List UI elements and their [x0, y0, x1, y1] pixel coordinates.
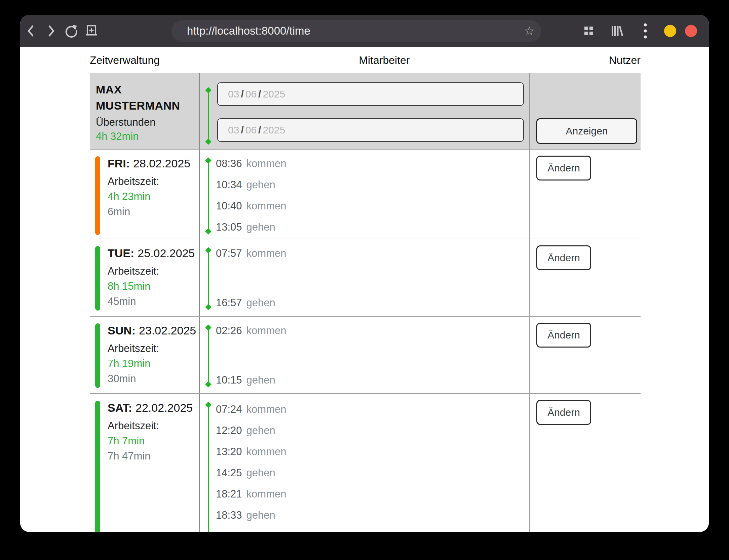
day-label: SUN:: [108, 324, 136, 337]
worktime-label: Arbeitszeit:: [108, 343, 197, 355]
time-entry: 13:05 gehen: [216, 216, 529, 238]
day-row: FRI:28.02.2025 Arbeitszeit: 4h 23min 6mi…: [90, 149, 641, 239]
date-from-year: 2025: [263, 88, 285, 100]
entry-time: 10:40: [216, 200, 242, 212]
day-title: SUN:23.02.2025: [108, 324, 197, 337]
day-action-cell: Ändern: [530, 317, 641, 393]
entry-type: kommen: [246, 488, 286, 500]
day-action-cell: Ändern: [530, 394, 641, 532]
date-from-input[interactable]: 03 / 06 / 2025: [217, 82, 524, 106]
nav-mitarbeiter[interactable]: Mitarbeiter: [359, 54, 410, 67]
entry-type: gehen: [246, 374, 275, 386]
date-separator: /: [258, 88, 261, 100]
day-summary-cell: SAT:22.02.2025 Arbeitszeit: 7h 7min 7h 4…: [90, 394, 199, 532]
day-timeline: [206, 403, 211, 532]
entry-type: gehen: [246, 179, 275, 191]
back-button[interactable]: [24, 22, 38, 40]
anzeigen-button[interactable]: Anzeigen: [536, 118, 637, 144]
change-button[interactable]: Ändern: [536, 323, 591, 348]
date-to-month: 06: [245, 124, 257, 136]
change-button[interactable]: Ändern: [536, 156, 591, 181]
nav-zeitverwaltung[interactable]: Zeitverwaltung: [90, 54, 160, 67]
entry-time: 13:05: [216, 221, 242, 233]
overtime-value: 4h 32min: [96, 130, 196, 143]
worktime-value: 8h 15min: [108, 280, 197, 292]
entry-list: 07:24 kommen 12:20 gehen 13:20 kommen 14…: [200, 394, 529, 532]
entry-type: gehen: [246, 425, 275, 437]
date-from-day: 03: [228, 88, 239, 100]
date-separator: /: [258, 124, 261, 136]
nav-nutzer[interactable]: Nutzer: [609, 54, 641, 67]
entry-time: 14:25: [216, 467, 242, 479]
worktime-value: 4h 23min: [108, 191, 197, 203]
browser-window: http://localhost:8000/time ☆: [20, 15, 709, 532]
pause-value: 45min: [108, 295, 197, 308]
day-timeline: [206, 158, 211, 234]
date-to-input[interactable]: 03 / 06 / 2025: [217, 118, 524, 142]
entry-list: 07:57 kommen 16:57 gehen: [200, 239, 529, 316]
day-date: 28.02.2025: [133, 157, 190, 170]
day-rows: FRI:28.02.2025 Arbeitszeit: 4h 23min 6mi…: [90, 149, 641, 532]
time-entry: 21:04 kommen: [216, 526, 529, 532]
day-entries-cell: 07:24 kommen 12:20 gehen 13:20 kommen 14…: [199, 394, 530, 532]
entry-list: 08:36 kommen 10:34 gehen 10:40 kommen 13…: [200, 150, 529, 240]
date-range-timeline: [206, 88, 211, 144]
library-button[interactable]: [610, 22, 624, 40]
time-entry: 07:57 kommen: [216, 243, 529, 264]
day-action-cell: Ändern: [530, 239, 641, 316]
time-entry: 10:15 gehen: [216, 369, 529, 391]
reload-button[interactable]: [64, 22, 79, 40]
entry-time: 16:57: [216, 297, 242, 309]
pause-value: 30min: [108, 373, 197, 385]
entry-time: 18:33: [216, 509, 242, 521]
window-close-control[interactable]: [685, 25, 697, 37]
entry-type: gehen: [246, 509, 275, 521]
day-entries-cell: 08:36 kommen 10:34 gehen 10:40 kommen 13…: [199, 150, 530, 240]
url-text[interactable]: http://localhost:8000/time: [171, 25, 522, 37]
menu-button[interactable]: [638, 22, 653, 40]
entry-type: kommen: [246, 325, 286, 337]
time-entry: 18:21 kommen: [216, 483, 529, 505]
entry-time: 07:57: [216, 247, 242, 259]
entry-time: 07:24: [216, 403, 242, 415]
change-button[interactable]: Ändern: [536, 400, 591, 425]
day-label: TUE:: [108, 247, 134, 259]
window-minimize-control[interactable]: [664, 25, 676, 37]
forward-button[interactable]: [44, 22, 59, 40]
day-label: FRI:: [108, 157, 130, 170]
entry-time: 13:20: [216, 446, 242, 458]
day-status-bar: [95, 401, 100, 532]
change-button[interactable]: Ändern: [536, 245, 591, 270]
entry-type: kommen: [246, 446, 286, 458]
worktime-value: 7h 19min: [108, 358, 197, 370]
time-entry: 08:36 kommen: [216, 153, 529, 174]
day-summary-cell: FRI:28.02.2025 Arbeitszeit: 4h 23min 6mi…: [90, 150, 199, 240]
forward-chevron-icon: [45, 24, 57, 38]
day-status-bar: [95, 156, 100, 235]
time-entry: 13:20 kommen: [216, 441, 529, 462]
bookmark-star-icon[interactable]: ☆: [522, 24, 537, 38]
reload-icon: [64, 23, 79, 39]
day-date: 23.02.2025: [139, 324, 196, 337]
entry-type: kommen: [246, 158, 286, 170]
day-date: 22.02.2025: [136, 401, 193, 414]
entry-time: 12:20: [216, 425, 242, 437]
day-entries-cell: 07:57 kommen 16:57 gehen: [199, 239, 530, 316]
entry-list: 02:26 kommen 10:15 gehen: [200, 317, 529, 393]
day-summary-cell: TUE:25.02.2025 Arbeitszeit: 8h 15min 45m…: [90, 239, 199, 316]
time-entry: 10:34 gehen: [216, 174, 529, 195]
time-entry: 14:25 gehen: [216, 462, 529, 483]
worktime-label: Arbeitszeit:: [108, 265, 197, 277]
entry-type: gehen: [246, 467, 275, 479]
day-status-bar: [95, 246, 100, 311]
apps-grid-button[interactable]: [581, 22, 596, 40]
day-timeline: [206, 248, 211, 309]
worktime-value: 7h 7min: [108, 435, 197, 447]
new-tab-button[interactable]: [84, 22, 99, 40]
employee-info: MAX MUSTERMANN Überstunden 4h 32min: [90, 73, 199, 149]
day-row: TUE:25.02.2025 Arbeitszeit: 8h 15min 45m…: [90, 239, 641, 316]
date-to-day: 03: [228, 124, 239, 136]
time-entry: 02:26 kommen: [216, 320, 529, 341]
date-to-year: 2025: [263, 124, 285, 136]
url-bar[interactable]: http://localhost:8000/time ☆: [171, 20, 541, 42]
